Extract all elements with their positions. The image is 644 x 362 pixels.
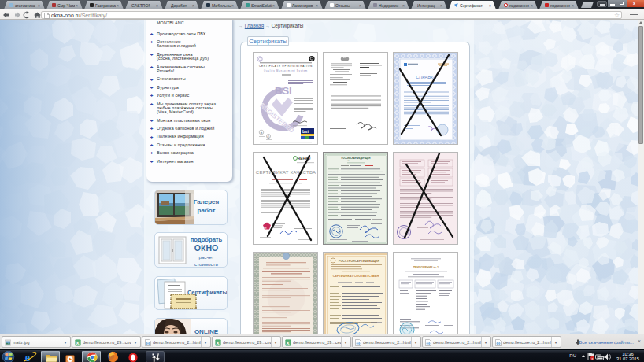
svg-text:X: X <box>216 341 219 345</box>
svg-text:СЕРТИФИКАТ КАЧЕСТВА: СЕРТИФИКАТ КАЧЕСТВА <box>255 170 315 175</box>
svg-text:СПРАВКА: СПРАВКА <box>416 75 436 79</box>
svg-text:x: x <box>591 356 593 360</box>
svg-text:X: X <box>76 341 79 345</box>
svg-text:"РОССТРОЙСЕРТИФИКАЦИЯ": "РОССТРОЙСЕРТИФИКАЦИЯ" <box>337 260 381 263</box>
svg-text:ПРИЛОЖЕНИЕ № 1: ПРИЛОЖЕНИЕ № 1 <box>413 266 438 269</box>
svg-text:Q: Q <box>267 135 269 139</box>
svg-text:СЕРТИФИКАТ СООТВЕТСТВИЯ: СЕРТИФИКАТ СООТВЕТСТВИЯ <box>341 160 371 162</box>
svg-text:CERTIFICATE OF REGISTRATION: CERTIFICATE OF REGISTRATION <box>259 65 313 68</box>
svg-text:RE: RE <box>264 227 267 230</box>
svg-text:X: X <box>286 341 289 345</box>
svg-text:❄: ❄ <box>260 131 262 135</box>
svg-text:bsi: bsi <box>302 129 309 134</box>
svg-text:СЕРТИФИКАТ СООТВЕТСТВИЯ: СЕРТИФИКАТ СООТВЕТСТВИЯ <box>332 275 379 278</box>
svg-text:Quality Management System: Quality Management System <box>264 69 308 72</box>
svg-text:РОССИЙСКАЯ ФЕДЕРАЦИЯ: РОССИЙСКАЯ ФЕДЕРАЦИЯ <box>341 157 370 160</box>
